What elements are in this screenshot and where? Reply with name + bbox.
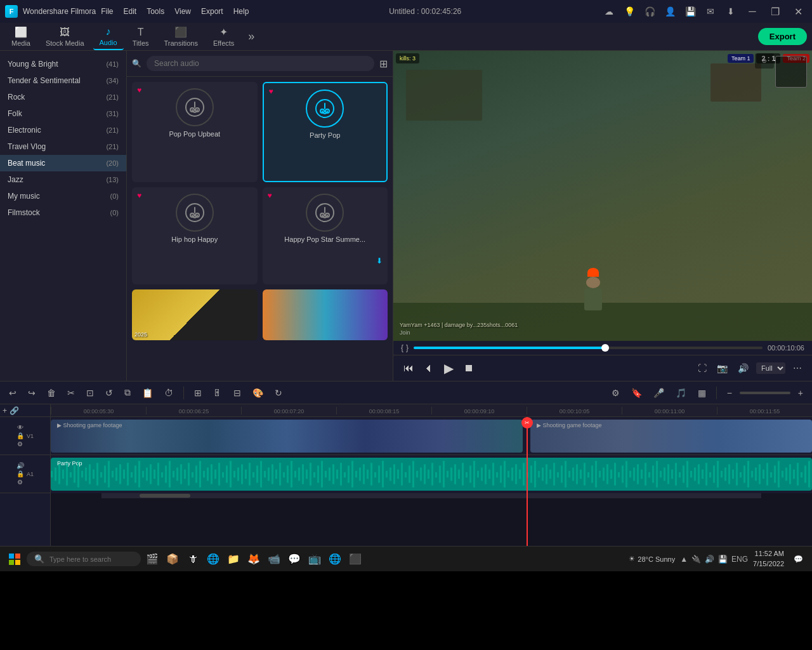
systray-usb[interactable]: 💾 (718, 555, 728, 564)
frame-back-button[interactable]: ⏴ (421, 360, 436, 376)
restore-button[interactable]: ↺ (102, 385, 117, 401)
taskbar-app-terminal[interactable]: ⬛ (346, 550, 364, 568)
cloud-icon[interactable]: ☁ (601, 4, 617, 19)
track-mute-icon[interactable]: 🔒 (16, 470, 24, 477)
timeline-scrollbar-thumb[interactable] (140, 494, 190, 498)
audio-card-pop-pop-upbeat[interactable]: ♥ Pop Pop Upbeat (132, 82, 258, 182)
tab-audio[interactable]: ♪ Audio (93, 23, 124, 50)
close-button[interactable]: ✕ (789, 5, 807, 18)
track-audio-settings-icon[interactable]: ⚙ (17, 479, 23, 486)
notification-button[interactable]: 💬 (789, 550, 807, 568)
systray-volume[interactable]: 🔊 (705, 555, 714, 564)
systray-lang[interactable]: ENG (731, 555, 748, 564)
track-eye-icon[interactable]: 👁 (17, 424, 23, 431)
timer-button[interactable]: ⏱ (160, 385, 177, 401)
headset-icon[interactable]: 🎧 (642, 4, 657, 19)
playhead[interactable]: ✂ (527, 417, 528, 546)
taskbar-app-2[interactable]: 📦 (164, 550, 181, 568)
category-young-bright[interactable]: Young & Bright (41) (0, 56, 126, 72)
menu-file[interactable]: File (101, 7, 113, 16)
taskbar-clock[interactable]: 11:52 AM 7/15/2022 (753, 549, 784, 569)
delete-button[interactable]: 🗑 (43, 385, 60, 401)
category-my-music[interactable]: My music (0) (0, 188, 126, 204)
bulb-icon[interactable]: 💡 (622, 4, 637, 19)
minimize-button[interactable]: ─ (743, 5, 761, 18)
stop-button[interactable]: ⏹ (461, 360, 476, 376)
timeline-scrollbar[interactable] (102, 493, 761, 498)
menu-edit[interactable]: Edit (124, 7, 137, 16)
menu-tools[interactable]: Tools (147, 7, 164, 16)
zoom-in-button[interactable]: + (794, 385, 807, 401)
category-beat-music[interactable]: Beat music (20) (0, 155, 126, 171)
category-folk[interactable]: Folk (31) (0, 105, 126, 122)
undo-button[interactable]: ↩ (5, 385, 20, 401)
audio-clip-1[interactable]: Party Pop (51, 458, 812, 491)
seekbar-thumb[interactable] (601, 344, 609, 352)
download-icon[interactable]: ⬇ (723, 4, 738, 19)
category-filmstock[interactable]: Filmstock (0) (0, 204, 126, 221)
more-tabs-button[interactable]: » (243, 27, 259, 46)
video-clip-2[interactable]: ▶ Shooting game footage (530, 420, 812, 453)
fullscreen-button[interactable]: ⛶ (695, 361, 709, 376)
color-button[interactable]: 🎨 (249, 385, 267, 401)
tab-effects[interactable]: ✦ Effects (207, 23, 240, 50)
more-options-button[interactable]: ⋯ (790, 361, 804, 376)
track-settings-icon[interactable]: ⚙ (17, 441, 23, 448)
audio-card-happy-pop-star[interactable]: ♥ ⬇ Happy Pop Star Summe... (263, 187, 388, 285)
maximize-button[interactable]: ❐ (766, 5, 784, 18)
video-clip-1[interactable]: ▶ Shooting game footage (51, 420, 523, 453)
quality-select[interactable]: Full 1/2 1/4 (756, 362, 785, 374)
preview-seekbar[interactable] (414, 347, 763, 349)
taskbar-app-8[interactable]: 📺 (306, 550, 324, 568)
screenshot-button[interactable]: 📷 (714, 361, 730, 376)
systray-arrow[interactable]: ▲ (680, 555, 688, 564)
trim-button[interactable]: ⊞ (190, 385, 206, 401)
audio-card-thumb-1[interactable]: 2025 (132, 289, 258, 340)
grid-toggle-icon[interactable]: ⊞ (379, 58, 388, 70)
category-electronic[interactable]: Electronic (21) (0, 122, 126, 138)
tab-titles[interactable]: T Titles (126, 24, 155, 50)
split-button[interactable]: ⊟ (230, 385, 245, 401)
category-rock[interactable]: Rock (21) (0, 89, 126, 105)
mic-button[interactable]: 🎤 (650, 385, 668, 401)
tab-stock-media[interactable]: 🖼 Stock Media (39, 24, 91, 50)
edit-button[interactable]: 🎚 (209, 385, 226, 401)
audio-card-hip-hop-happy[interactable]: ♥ Hip hop Happy (132, 187, 258, 285)
link-button[interactable]: 🔗 (10, 406, 19, 415)
track-audio-icon[interactable]: 🔊 (16, 462, 24, 469)
volume-button[interactable]: 🔊 (735, 361, 751, 376)
play-button[interactable]: ▶ (442, 358, 456, 378)
track-lock-icon[interactable]: 🔒 (16, 432, 24, 439)
category-tender-sentimental[interactable]: Tender & Sentimental (34) (0, 72, 126, 89)
tab-transitions[interactable]: ⬛ Transitions (158, 23, 204, 50)
taskbar-app-5[interactable]: 🦊 (245, 550, 263, 568)
audio-card-party-pop[interactable]: ♥ Party Pop (263, 82, 388, 182)
menu-export[interactable]: Export (201, 7, 223, 16)
mark-button[interactable]: 🔖 (627, 385, 646, 401)
zoom-slider[interactable] (740, 392, 790, 394)
layout-button[interactable]: ▦ (694, 385, 710, 401)
category-jazz[interactable]: Jazz (13) (0, 171, 126, 188)
tab-media[interactable]: ⬜ Media (5, 23, 37, 50)
skip-back-button[interactable]: ⏮ (401, 360, 416, 376)
save-icon[interactable]: 💾 (683, 4, 698, 19)
taskbar-app-filmora[interactable]: 🎬 (143, 550, 161, 568)
start-button[interactable] (5, 550, 24, 569)
copy-button[interactable]: ⧉ (121, 385, 134, 401)
taskbar-app-7[interactable]: 💬 (285, 550, 303, 568)
redo-button[interactable]: ↪ (24, 385, 39, 401)
search-input[interactable] (147, 56, 374, 71)
taskbar-app-6[interactable]: 📹 (265, 550, 283, 568)
export-button[interactable]: Export (758, 28, 807, 45)
taskbar-app-9[interactable]: 🌐 (326, 550, 344, 568)
taskbar-search[interactable]: 🔍 (27, 552, 141, 566)
crop-button[interactable]: ⊡ (82, 385, 98, 401)
taskbar-app-3[interactable]: 🗡 (184, 550, 202, 568)
user-icon[interactable]: 👤 (662, 4, 678, 19)
zoom-out-button[interactable]: − (723, 385, 736, 401)
category-travel-vlog[interactable]: Travel Vlog (21) (0, 138, 126, 155)
audio-card-thumb-2[interactable] (263, 289, 388, 340)
taskbar-app-chrome[interactable]: 🌐 (204, 550, 222, 568)
add-track-button[interactable]: + (3, 406, 7, 415)
systray-network[interactable]: 🔌 (691, 555, 701, 564)
